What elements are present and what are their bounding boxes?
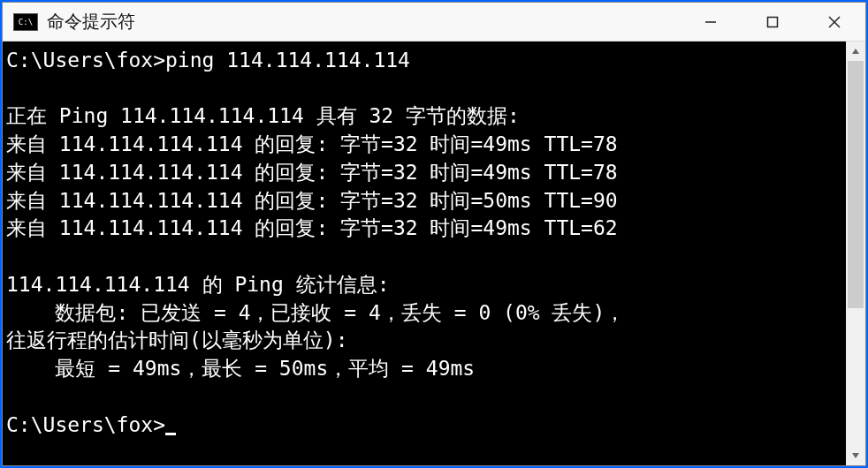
title-bar[interactable]: 命令提示符 xyxy=(3,3,865,42)
close-button[interactable] xyxy=(803,3,865,41)
minimize-button[interactable] xyxy=(680,3,742,41)
maximize-button[interactable] xyxy=(742,3,803,41)
output-line: 来自 114.114.114.114 的回复: 字节=32 时间=49ms TT… xyxy=(6,161,618,184)
terminal-area: C:\Users\fox>ping 114.114.114.114 正在 Pin… xyxy=(3,42,865,465)
output-line: 往返行程的估计时间(以毫秒为单位): xyxy=(6,328,348,351)
prompt: C:\Users\fox> xyxy=(6,49,165,72)
output-line: 来自 114.114.114.114 的回复: 字节=32 时间=50ms TT… xyxy=(6,189,618,212)
output-line: 114.114.114.114 的 Ping 统计信息: xyxy=(6,273,390,296)
window-controls xyxy=(680,3,865,41)
command-text: ping 114.114.114.114 xyxy=(165,49,410,72)
command-prompt-window: 命令提示符 C:\Users\fox>ping 114.114.114.114 … xyxy=(2,2,866,466)
scrollbar-track[interactable] xyxy=(846,61,865,446)
output-line: 来自 114.114.114.114 的回复: 字节=32 时间=49ms TT… xyxy=(6,216,618,239)
output-line: 最短 = 49ms，最长 = 50ms，平均 = 49ms xyxy=(6,357,475,380)
scroll-up-arrow-icon[interactable] xyxy=(846,42,865,61)
terminal-output[interactable]: C:\Users\fox>ping 114.114.114.114 正在 Pin… xyxy=(3,42,846,465)
svg-rect-1 xyxy=(768,17,778,26)
scrollbar-thumb[interactable] xyxy=(848,61,864,308)
cursor xyxy=(165,433,176,435)
output-line: 正在 Ping 114.114.114.114 具有 32 字节的数据: xyxy=(6,104,520,127)
output-line: 数据包: 已发送 = 4，已接收 = 4，丢失 = 0 (0% 丢失)， xyxy=(6,301,625,324)
vertical-scrollbar[interactable] xyxy=(846,42,865,465)
output-line: 来自 114.114.114.114 的回复: 字节=32 时间=49ms TT… xyxy=(6,132,618,155)
window-title: 命令提示符 xyxy=(47,10,680,34)
cmd-icon xyxy=(13,13,38,31)
scroll-down-arrow-icon[interactable] xyxy=(846,446,865,465)
prompt: C:\Users\fox> xyxy=(6,413,165,436)
